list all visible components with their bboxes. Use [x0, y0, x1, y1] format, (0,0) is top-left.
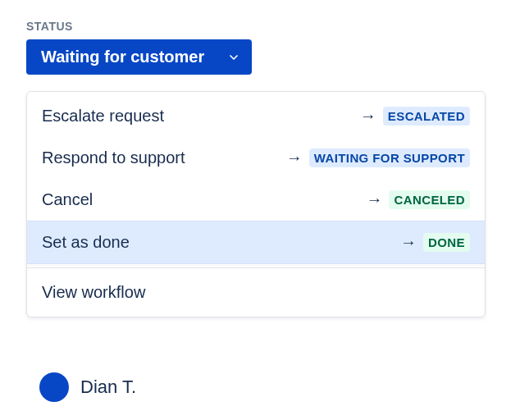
transition-target-lozenge: CANCELED	[389, 190, 470, 209]
status-transition-menu: Escalate request → ESCALATED Respond to …	[26, 91, 486, 317]
transition-label: Respond to support	[42, 148, 185, 167]
status-dropdown-button[interactable]: Waiting for customer	[26, 39, 252, 75]
arrow-right-icon: →	[400, 233, 417, 252]
transition-target-lozenge: WAITING FOR SUPPORT	[309, 148, 470, 167]
chevron-down-icon	[227, 51, 240, 64]
arrow-right-icon: →	[286, 148, 303, 167]
arrow-right-icon: →	[366, 190, 382, 209]
avatar	[39, 372, 69, 402]
transition-label: Set as done	[42, 233, 130, 252]
transition-target-lozenge: ESCALATED	[383, 107, 470, 126]
transition-label: Escalate request	[42, 107, 164, 126]
transition-item-escalate[interactable]: Escalate request → ESCALATED	[27, 95, 485, 137]
status-section-label: STATUS	[26, 20, 494, 33]
obscured-row: Dian T.	[39, 372, 136, 402]
transition-target-lozenge: DONE	[423, 233, 470, 252]
obscured-user-name: Dian T.	[80, 377, 136, 398]
view-workflow-link[interactable]: View workflow	[27, 268, 485, 317]
transition-item-respond[interactable]: Respond to support → WAITING FOR SUPPORT	[27, 137, 485, 179]
status-current-value: Waiting for customer	[41, 48, 204, 66]
transition-label: Cancel	[42, 190, 93, 209]
arrow-right-icon: →	[360, 107, 376, 126]
transition-item-done[interactable]: Set as done → DONE	[27, 221, 485, 264]
transition-item-cancel[interactable]: Cancel → CANCELED	[27, 179, 485, 221]
